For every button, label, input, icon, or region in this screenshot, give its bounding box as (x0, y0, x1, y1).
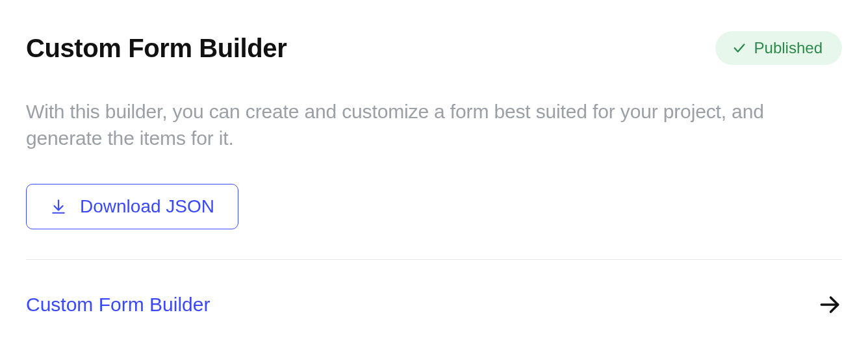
link-label: Custom Form Builder (26, 294, 210, 316)
check-icon (732, 41, 747, 55)
download-button-label: Download JSON (80, 197, 214, 216)
status-label: Published (754, 40, 823, 56)
page-container: Custom Form Builder Published With this … (0, 0, 868, 317)
download-icon (50, 198, 67, 215)
arrow-right-icon (817, 292, 842, 317)
download-json-button[interactable]: Download JSON (26, 184, 238, 229)
header-row: Custom Form Builder Published (26, 31, 842, 65)
page-description: With this builder, you can create and cu… (26, 99, 842, 151)
page-title: Custom Form Builder (26, 34, 287, 63)
status-badge: Published (715, 31, 842, 65)
custom-form-builder-link[interactable]: Custom Form Builder (26, 260, 842, 317)
